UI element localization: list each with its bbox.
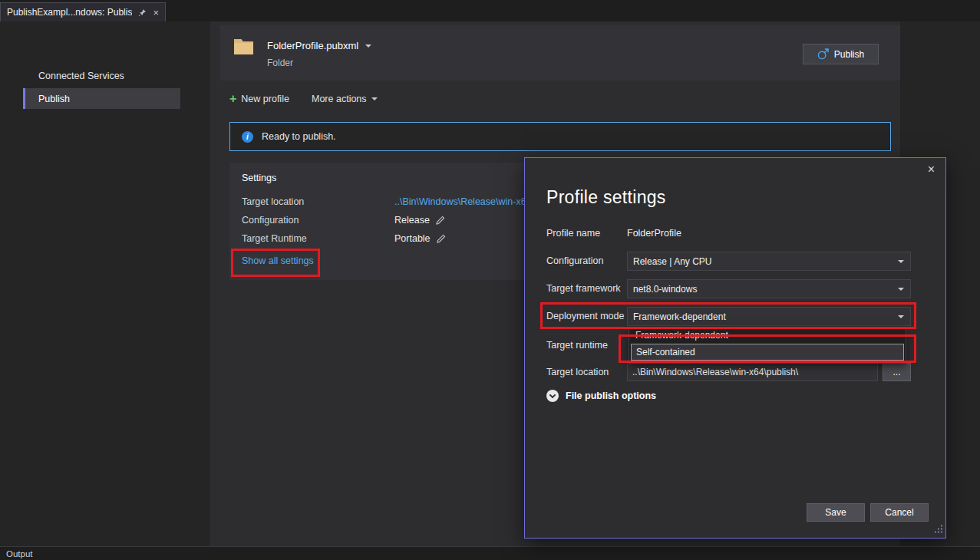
configuration-label: Configuration <box>546 255 603 266</box>
profile-name-value: FolderProfile <box>627 228 681 239</box>
target-location-label: Target location <box>546 367 609 377</box>
document-tab-bar: PublishExampl...ndows: Publish × <box>0 0 980 21</box>
tab-title: PublishExampl...ndows: Publish <box>7 7 132 18</box>
configuration-dropdown[interactable]: Release | Any CPU <box>627 252 911 271</box>
profile-name: FolderProfile.pubxml <box>267 40 358 51</box>
output-tab[interactable]: Output <box>6 549 33 558</box>
chevron-down-icon <box>898 260 904 263</box>
edit-pencil-icon[interactable] <box>436 234 446 244</box>
target-runtime-value: Portable <box>394 233 446 244</box>
profile-type-label: Folder <box>267 58 293 68</box>
chevron-circle-icon <box>546 389 559 403</box>
output-panel-header: Output <box>0 546 980 560</box>
target-location-input[interactable] <box>627 363 878 381</box>
profile-settings-dialog: × Profile settings Profile name FolderPr… <box>524 157 946 539</box>
chevron-down-icon <box>371 97 378 100</box>
deployment-mode-dropdown-list: Framework-dependent Self-contained <box>629 327 906 364</box>
chevron-down-icon <box>898 288 904 291</box>
file-publish-options-label: File publish options <box>566 390 656 401</box>
chevron-down-icon <box>365 44 371 48</box>
dialog-title: Profile settings <box>546 187 666 208</box>
publish-icon <box>817 48 829 60</box>
deployment-mode-dropdown-value: Framework-dependent <box>633 311 726 322</box>
info-icon: i <box>242 131 253 143</box>
resize-grip[interactable] <box>934 522 943 536</box>
save-button[interactable]: Save <box>807 503 865 522</box>
more-actions-button[interactable]: More actions <box>312 91 378 107</box>
file-publish-options-expander[interactable]: File publish options <box>546 389 656 403</box>
target-location-value[interactable]: ..\Bin\Windows\Release\win-x6 <box>394 196 526 207</box>
cancel-button[interactable]: Cancel <box>870 503 929 522</box>
configuration-value: Release <box>394 215 445 226</box>
ready-banner: i Ready to publish. <box>229 122 891 151</box>
publish-sidebar: Connected Services Publish <box>0 21 210 546</box>
banner-message: Ready to publish. <box>262 131 336 142</box>
deployment-mode-dropdown[interactable]: Framework-dependent <box>627 307 911 326</box>
pin-icon[interactable] <box>138 8 147 17</box>
profile-name-label: Profile name <box>546 228 600 239</box>
show-all-settings-link[interactable]: Show all settings <box>242 255 314 266</box>
target-framework-dropdown-value: net8.0-windows <box>633 284 697 295</box>
publish-button[interactable]: Publish <box>803 44 879 64</box>
target-framework-label: Target framework <box>546 283 621 294</box>
configuration-label: Configuration <box>242 215 299 226</box>
new-profile-label: New profile <box>241 94 289 104</box>
browse-button[interactable]: ... <box>883 363 911 381</box>
new-profile-button[interactable]: + New profile <box>229 91 289 107</box>
profile-header <box>220 25 900 81</box>
dropdown-option-self-contained[interactable]: Self-contained <box>631 344 904 361</box>
dropdown-option-framework-dependent[interactable]: Framework-dependent <box>629 328 906 343</box>
close-icon[interactable]: × <box>928 163 935 176</box>
target-runtime-label: Target Runtime <box>242 233 307 244</box>
target-location-label: Target location <box>242 196 304 207</box>
profile-selector[interactable]: FolderProfile.pubxml <box>267 40 371 51</box>
sidebar-item-connected-services[interactable]: Connected Services <box>23 65 180 86</box>
plus-icon: + <box>229 93 236 105</box>
configuration-text: Release <box>394 215 430 226</box>
target-runtime-text: Portable <box>394 233 431 244</box>
configuration-dropdown-value: Release | Any CPU <box>633 256 712 267</box>
target-runtime-label: Target runtime <box>546 340 608 351</box>
edit-pencil-icon[interactable] <box>435 216 445 226</box>
deployment-mode-label: Deployment mode <box>546 311 624 321</box>
sidebar-item-publish[interactable]: Publish <box>23 88 180 109</box>
publish-document-tab[interactable]: PublishExampl...ndows: Publish × <box>0 2 166 21</box>
chevron-down-icon <box>898 315 904 318</box>
folder-icon <box>233 38 254 58</box>
close-icon[interactable]: × <box>153 8 159 18</box>
publish-button-label: Publish <box>834 49 864 60</box>
more-actions-label: More actions <box>312 94 367 104</box>
settings-title: Settings <box>242 173 276 183</box>
target-framework-dropdown[interactable]: net8.0-windows <box>627 279 911 298</box>
